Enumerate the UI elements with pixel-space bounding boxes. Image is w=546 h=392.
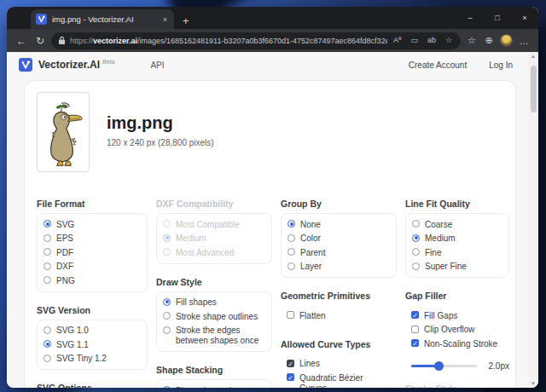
checkbox-icon[interactable]: ✓ [287, 373, 294, 381]
radio-svg[interactable]: SVG [44, 217, 141, 232]
radio-icon[interactable] [412, 234, 420, 242]
browser-essentials-icon[interactable]: ⊕ [481, 35, 497, 46]
radio-icon[interactable] [44, 220, 51, 228]
radio-svg-1-1[interactable]: SVG 1.1 [44, 337, 141, 352]
radio-icon[interactable] [288, 248, 295, 256]
radio-icon[interactable] [412, 220, 420, 228]
checkbox-non-scaling-stroke[interactable]: ✓Non-Scaling Stroke [411, 337, 503, 351]
radio-icon[interactable] [412, 248, 420, 256]
radio-icon[interactable] [163, 312, 171, 320]
group-title-gap-filler: Gap Filler [405, 291, 518, 301]
option-label: PNG [56, 275, 75, 286]
tab-bar: img.png - Vectorizer.AI × + – □ × [7, 7, 538, 29]
result-card: img.png 120 x 240 px (28,800 pixels) Fil… [24, 80, 516, 388]
radio-icon[interactable] [44, 340, 51, 348]
radio-most-compatible: Most Compatible [163, 217, 265, 232]
slider-track[interactable] [411, 365, 477, 367]
checkbox-clip-overflow[interactable]: Clip Overflow [411, 323, 503, 337]
group-title-svg-version: SVG Version [37, 305, 156, 315]
radio-super-fine[interactable]: Super Fine [412, 260, 502, 274]
radio-dxf[interactable]: DXF [44, 260, 141, 274]
maximize-button[interactable]: □ [484, 7, 511, 29]
lock-icon[interactable] [58, 36, 66, 45]
back-icon[interactable]: ← [14, 35, 29, 47]
close-button[interactable]: × [511, 7, 538, 29]
scroll-up-icon[interactable]: ▲ [531, 52, 536, 61]
radio-icon[interactable] [163, 386, 171, 388]
more-menu-icon[interactable]: … [516, 36, 531, 46]
radio-icon[interactable] [44, 248, 51, 256]
radio-eps[interactable]: EPS [44, 232, 141, 246]
radio-medium[interactable]: Medium [412, 232, 502, 246]
radio-icon[interactable] [412, 262, 420, 270]
vectorizer-logo-icon[interactable] [19, 58, 32, 72]
group-title-allowed-curve-types: Allowed Curve Types [281, 339, 405, 349]
read-aloud-icon[interactable]: ab [426, 37, 438, 44]
option-label: Place shapes in cut-outs in shapes below [176, 385, 265, 388]
new-tab-button[interactable]: + [183, 15, 189, 26]
scroll-down-icon[interactable]: ▼ [531, 379, 536, 388]
text-size-icon[interactable]: Aª [392, 37, 403, 44]
radio-fill-shapes[interactable]: Fill shapes [163, 296, 265, 310]
slider-thumb[interactable] [434, 361, 444, 371]
radio-icon[interactable] [44, 276, 51, 284]
radio-icon[interactable] [288, 234, 295, 242]
radio-layer[interactable]: Layer [288, 260, 390, 274]
radio-parent[interactable]: Parent [288, 245, 390, 260]
group-gap-filler: ✓Fill GapsClip Overflow✓Non-Scaling Stro… [405, 305, 509, 355]
nav-api-link[interactable]: API [150, 61, 164, 70]
profile-avatar[interactable] [500, 34, 513, 47]
option-label: Most Advanced [176, 247, 234, 258]
group-title-dxf-compatibility: DXF Compatibility [156, 199, 281, 209]
option-label: Stroke the edges between shapes once [176, 326, 265, 347]
create-account-link[interactable]: Create Account [409, 61, 467, 70]
browser-tab[interactable]: img.png - Vectorizer.AI × [31, 9, 174, 29]
radio-stroke-the-edges-between-shapes-once[interactable]: Stroke the edges between shapes once [163, 324, 265, 349]
radio-color[interactable]: Color [288, 232, 390, 246]
browser-window: img.png - Vectorizer.AI × + – □ × ← ↻ ht… [7, 7, 538, 388]
page-scrollbar[interactable]: ▲ ▼ [528, 52, 538, 388]
collections-icon[interactable]: ☆ [464, 35, 479, 46]
scrollbar-thumb[interactable] [531, 66, 537, 112]
group-group-by: NoneColorParentLayer [281, 213, 397, 278]
checkbox-icon[interactable]: ✓ [411, 339, 419, 347]
radio-icon[interactable] [163, 326, 171, 334]
radio-coarse[interactable]: Coarse [412, 217, 502, 232]
radio-place-shapes-in-cut-outs-in-shapes-below[interactable]: Place shapes in cut-outs in shapes below [163, 383, 265, 388]
log-in-link[interactable]: Log In [489, 61, 513, 70]
option-label: SVG [56, 219, 74, 230]
refresh-icon[interactable]: ↻ [32, 35, 48, 47]
radio-svg-tiny-1-2[interactable]: SVG Tiny 1.2 [44, 352, 141, 366]
group-draw-style: Fill shapesStroke shape outlinesStroke t… [156, 291, 272, 353]
checkbox-fill-gaps[interactable]: ✓Fill Gaps [411, 308, 503, 323]
minimize-button[interactable]: – [456, 7, 484, 29]
immersive-reader-icon[interactable]: ▭ [409, 37, 420, 44]
option-label: SVG 1.0 [56, 326, 89, 337]
brand-name[interactable]: Vectorizer.AI [38, 59, 100, 71]
checkbox-icon[interactable]: ✓ [411, 311, 419, 319]
radio-icon[interactable] [44, 262, 51, 270]
radio-png[interactable]: PNG [44, 274, 141, 288]
options-grid: File FormatSVGEPSPDFDXFPNGSVG VersionSVG… [37, 199, 503, 388]
radio-icon[interactable] [44, 326, 51, 334]
radio-icon[interactable] [288, 262, 295, 270]
radio-fine[interactable]: Fine [412, 245, 502, 260]
radio-stroke-shape-outlines[interactable]: Stroke shape outlines [163, 309, 265, 324]
checkbox-icon[interactable] [411, 326, 419, 333]
radio-pdf[interactable]: PDF [44, 245, 141, 260]
radio-svg-1-0[interactable]: SVG 1.0 [44, 324, 141, 338]
radio-icon[interactable] [44, 355, 51, 362]
checkbox-flatten[interactable]: Flatten [287, 308, 391, 323]
radio-icon[interactable] [288, 220, 295, 228]
option-label: DXF [56, 262, 73, 273]
favorites-icon[interactable]: ☆ [444, 37, 454, 44]
radio-icon[interactable] [163, 298, 171, 306]
group-title-line-fit-quality: Line Fit Quality [405, 199, 518, 209]
tab-close-icon[interactable]: × [161, 15, 169, 24]
radio-none[interactable]: None [288, 217, 390, 232]
checkbox-icon[interactable] [287, 311, 294, 319]
radio-icon[interactable] [44, 234, 51, 242]
checkbox-quadratic-b-zier-curves[interactable]: ✓Quadratic Bézier Curves [287, 371, 391, 388]
address-bar[interactable]: https://vectorizer.ai/images/16851624819… [51, 32, 461, 49]
option-label: EPS [56, 233, 73, 245]
